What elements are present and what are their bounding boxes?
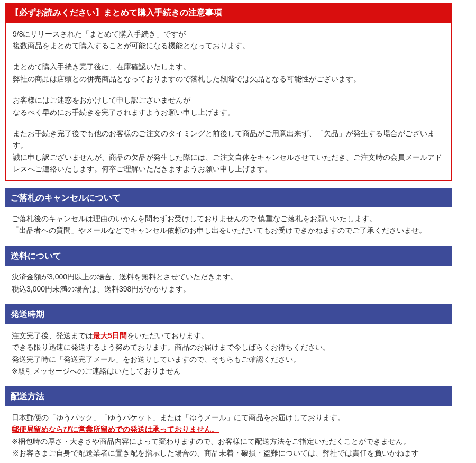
notice-section-shipping-time: 発送時期 注文完了後、発送までは最大5日間をいただいております。 できる限り迅速… [5,304,452,380]
text-line: をいただいております。 [127,331,208,340]
section-body: 9/8にリリースされた「まとめて購入手続き」ですが 複数商品をまとめて購入するこ… [5,23,452,181]
section-body: 決済金額が3,000円以上の場合、送料を無料とさせていただきます。 税込3,00… [5,266,452,298]
text-line: ご落札後のキャンセルは理由のいかんを問わずお受けしておりませんので 慎重なご落札… [12,214,377,223]
text-line: 9/8にリリースされた「まとめて購入手続き」ですが [13,30,186,38]
text-line: 税込3,000円未満の場合は、送料398円がかかります。 [12,285,190,293]
section-title: 配送方法 [11,392,44,401]
section-title: 送料について [11,251,61,260]
notice-section-bulk-purchase: 【必ずお読みください】まとめて購入手続きの注意事項 9/8にリリースされた「まと… [5,3,452,181]
emphasis-text: 最大5日間 [93,331,127,340]
text-line: ※取引メッセージへのご連絡はいたしておりません [12,367,181,375]
text-line: 「出品者への質問」やメールなどでキャンセル依頼のお申し出をいただいてもお受けでき… [12,226,426,234]
text-line: 複数商品をまとめて購入することが可能になる機能となっております。 [13,41,250,50]
text-line: 注文完了後、発送までは [12,331,93,340]
paragraph: お客様にはご迷惑をおかけして申し訳ございませんが なるべく早めにお手続きを完了さ… [13,94,445,118]
text-line: 日本郵便の「ゆうパック」「ゆうパケット」または「ゆうメール」にて商品をお届けして… [12,413,345,422]
text-line: 誠に申し訳ございませんが、商品の欠品が発生した際には、ご注文自体をキャンセルさせ… [13,153,442,173]
section-body: ご落札後のキャンセルは理由のいかんを問わずお受けしておりませんので 慎重なご落札… [5,207,452,240]
text-line: 発送完了時に「発送完了メール」をお送りしていますので、そちらもご確認ください。 [12,355,300,364]
section-header: 配送方法 [5,386,452,406]
section-header: 送料について [5,246,452,266]
notice-section-shipping-fee: 送料について 決済金額が3,000円以上の場合、送料を無料とさせていただきます。… [5,246,452,298]
text-line: 弊社の商品は店頭との併売商品となっておりますので落札した段階では欠品となる可能性… [13,75,361,83]
text-line: ※梱包時の厚さ・大きさや商品内容によって変わりますので、お客様にて配送方法をご指… [12,437,410,446]
text-line: お客様にはご迷惑をおかけして申し訳ございませんが [13,96,190,104]
section-header: ご落札のキャンセルについて [5,188,452,208]
section-body: 注文完了後、発送までは最大5日間をいただいております。 できる限り迅速に発送する… [5,324,452,380]
text-line: またお手続き完了後でも他のお客様のご注文のタイミングと前後して商品がご用意出来ず… [13,129,435,149]
text-line: なるべく早めにお手続きを完了されますようお願い申し上げます。 [13,108,235,116]
text-line: 決済金額が3,000円以上の場合、送料を無料とさせていただきます。 [12,273,237,281]
section-title: ご落札のキャンセルについて [11,193,121,202]
section-title: 【必ずお読みください】まとめて購入手続きの注意事項 [11,8,222,17]
text-line: ※お客さまご自身で配送業者に置き配を指示した場合の、商品未着・破損・盗難について… [12,449,419,457]
section-header: 発送時期 [5,304,452,324]
paragraph: またお手続き完了後でも他のお客様のご注文のタイミングと前後して商品がご用意出来ず… [13,128,445,175]
section-body: 日本郵便の「ゆうパック」「ゆうパケット」または「ゆうメール」にて商品をお届けして… [5,406,452,462]
text-line: まとめて購入手続き完了後に、在庫確認いたします。 [13,62,190,71]
paragraph: 9/8にリリースされた「まとめて購入手続き」ですが 複数商品をまとめて購入するこ… [13,28,445,52]
notice-section-cancel: ご落札のキャンセルについて ご落札後のキャンセルは理由のいかんを問わずお受けして… [5,188,452,240]
notice-section-delivery-method: 配送方法 日本郵便の「ゆうパック」「ゆうパケット」または「ゆうメール」にて商品を… [5,386,452,462]
emphasis-text: 郵便局留めならびに営業所留めでの発送は承っておりません。 [12,425,219,433]
paragraph: まとめて購入手続き完了後に、在庫確認いたします。 弊社の商品は店頭との併売商品と… [13,61,445,85]
section-header: 【必ずお読みください】まとめて購入手続きの注意事項 [5,3,452,23]
text-line: できる限り迅速に発送するよう努めております。商品のお届けまで今しばらくお待ちくだ… [12,343,330,351]
section-title: 発送時期 [11,310,44,319]
